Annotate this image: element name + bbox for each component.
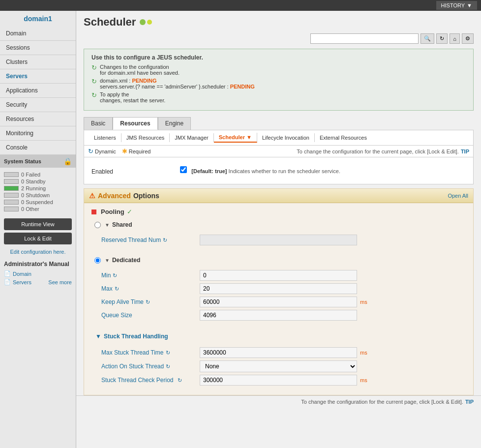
open-all-link[interactable]: Open All <box>448 193 468 199</box>
reserved-thread-num-input[interactable] <box>200 235 357 245</box>
action-on-stuck-label: Action On Stuck Thread ↻ <box>101 363 200 370</box>
required-icon: ✱ <box>122 148 127 155</box>
home-button[interactable]: ⌂ <box>450 33 460 44</box>
min-input[interactable] <box>200 270 357 281</box>
queue-size-input[interactable] <box>200 310 357 321</box>
sidebar-item-servers[interactable]: Servers <box>0 69 76 84</box>
subtab-external-resources[interactable]: External Resources <box>315 133 372 142</box>
pooling-header: Pooling ✓ <box>91 208 466 215</box>
shared-content: Reserved Thread Num ↻ <box>91 230 466 250</box>
lock-icon[interactable]: 🔒 <box>63 157 72 165</box>
sidebar-item-domain[interactable]: Domain <box>0 27 76 41</box>
system-status-section: System Status 🔒 <box>0 155 76 168</box>
warning-icon: ⚠ <box>89 192 95 200</box>
tab-engine[interactable]: Engine <box>158 117 191 130</box>
min-label: Min ↻ <box>101 272 200 279</box>
reserved-refresh-icon[interactable]: ↻ <box>163 237 167 243</box>
enabled-row: Enabled [Default: true] Indicates whethe… <box>91 166 466 175</box>
dedicated-radio[interactable] <box>94 257 101 264</box>
page-icon: 📄 <box>4 270 11 277</box>
queue-size-row: Queue Size <box>101 310 456 321</box>
subtab-jmx-manager[interactable]: JMX Manager <box>170 133 213 142</box>
bottom-tip-link[interactable]: TIP <box>465 399 474 405</box>
shared-radio-header[interactable]: ▼ Shared <box>91 219 466 230</box>
stuck-collapse-arrow: ▼ <box>95 333 101 340</box>
dynamic-label: ↻ Dynamic <box>88 148 116 155</box>
keep-alive-input[interactable] <box>200 297 357 307</box>
admin-manual: Administrator's Manual 📄 Domain 📄 Server… <box>0 257 76 290</box>
search-bar: 🔍 ↻ ⌂ ⚙ <box>76 31 481 46</box>
status-bar-failed <box>4 172 19 177</box>
bottom-bar: To change the configuration for the curr… <box>76 395 481 408</box>
status-standby: 0 Standby <box>4 179 72 184</box>
search-button[interactable]: 🔍 <box>421 33 434 44</box>
refresh-icon-3: ↻ <box>91 91 97 99</box>
max-stuck-refresh-icon[interactable]: ↻ <box>166 350 170 356</box>
manual-domain-link[interactable]: 📄 Domain <box>4 269 72 278</box>
subtab-lifecycle[interactable]: Lifecycle Invocation <box>257 133 315 142</box>
sidebar-item-monitoring[interactable]: Monitoring <box>0 126 76 141</box>
status-bar-suspended <box>4 200 19 205</box>
chevron-down-icon: ▼ <box>467 2 472 8</box>
min-refresh-icon[interactable]: ↻ <box>113 272 117 279</box>
sidebar-item-resources[interactable]: Resources <box>0 112 76 126</box>
dedicated-radio-header[interactable]: ▼ Dedicated <box>91 255 466 266</box>
max-input[interactable] <box>200 283 357 294</box>
enabled-checkbox[interactable] <box>180 166 187 173</box>
title-dot-green <box>140 19 146 25</box>
keepalive-refresh-icon[interactable]: ↻ <box>146 299 150 305</box>
sidebar-logo: domain1 <box>0 11 76 27</box>
reserved-thread-num-label: Reserved Thread Num ↻ <box>101 237 200 243</box>
see-more-link[interactable]: See more <box>48 279 72 285</box>
shared-radio[interactable] <box>94 222 101 228</box>
tab-basic[interactable]: Basic <box>84 117 113 130</box>
tip-link[interactable]: TIP <box>461 149 469 154</box>
stuck-period-refresh-icon[interactable]: ↻ <box>178 377 182 384</box>
refresh-button[interactable]: ↻ <box>436 33 448 44</box>
required-label: ✱ Required <box>122 148 151 155</box>
default-text: [Default: true] Indicates whether to run… <box>191 168 340 174</box>
subtab-listeners[interactable]: Listeners <box>89 133 121 142</box>
status-bar-other <box>4 207 19 211</box>
shared-collapse-icon: ▼ <box>105 222 110 228</box>
notification-title: Use this to configure a JEUS scheduler. <box>91 54 466 61</box>
domain-name[interactable]: domain1 <box>24 15 52 23</box>
system-status: 0 Failed 0 Standby 2 Running 0 Shutdown … <box>0 168 76 216</box>
sidebar-item-sessions[interactable]: Sessions <box>0 41 76 55</box>
page-title: Scheduler <box>84 16 136 29</box>
system-status-title: System Status <box>4 158 41 164</box>
max-stuck-thread-time-input[interactable] <box>200 347 357 358</box>
max-refresh-icon[interactable]: ↻ <box>115 286 119 292</box>
info-bar: ↻ Dynamic ✱ Required To change the confi… <box>84 146 474 157</box>
action-on-stuck-select[interactable]: None Interrupt Abort <box>200 360 357 372</box>
status-failed: 0 Failed <box>4 172 72 178</box>
stuck-thread-content: Max Stuck Thread Time ↻ ms Action On Stu… <box>91 343 466 390</box>
sidebar-item-console[interactable]: Console <box>0 141 76 155</box>
edit-config-link[interactable]: Edit configuration here. <box>0 247 76 257</box>
sidebar-item-security[interactable]: Security <box>0 98 76 112</box>
action-stuck-refresh-icon[interactable]: ↻ <box>166 363 170 370</box>
stuck-thread-header[interactable]: ▼ Stuck Thread Handling <box>91 330 466 343</box>
stuck-check-period-input[interactable] <box>200 375 357 386</box>
keep-alive-label: Keep Alive Time ↻ <box>101 299 200 305</box>
pooling-title: Pooling <box>101 208 124 215</box>
manual-servers-link[interactable]: 📄 Servers <box>4 278 33 286</box>
search-input[interactable] <box>310 33 419 44</box>
tab-resources[interactable]: Resources <box>113 117 157 130</box>
sidebar-item-clusters[interactable]: Clusters <box>0 55 76 69</box>
status-bar-running <box>4 186 19 191</box>
shared-label: Shared <box>112 221 132 228</box>
red-square-icon <box>91 209 96 214</box>
page-icon: 📄 <box>4 279 11 285</box>
settings-button[interactable]: ⚙ <box>462 33 474 44</box>
subtab-scheduler[interactable]: Scheduler ▼ <box>214 133 257 143</box>
keep-alive-unit: ms <box>360 299 367 305</box>
sidebar-item-applications[interactable]: Applications <box>0 84 76 98</box>
runtime-view-button[interactable]: Runtime View <box>4 218 72 230</box>
lock-edit-button[interactable]: Lock & Edit <box>4 233 72 244</box>
status-bar-shutdown <box>4 193 19 198</box>
history-button[interactable]: HISTORY ▼ <box>436 1 477 10</box>
subtab-jms-resources[interactable]: JMS Resources <box>121 133 170 142</box>
bottom-tip: To change the configuration for the curr… <box>84 399 474 405</box>
dedicated-section: ▼ Dedicated Min ↻ <box>91 255 466 325</box>
